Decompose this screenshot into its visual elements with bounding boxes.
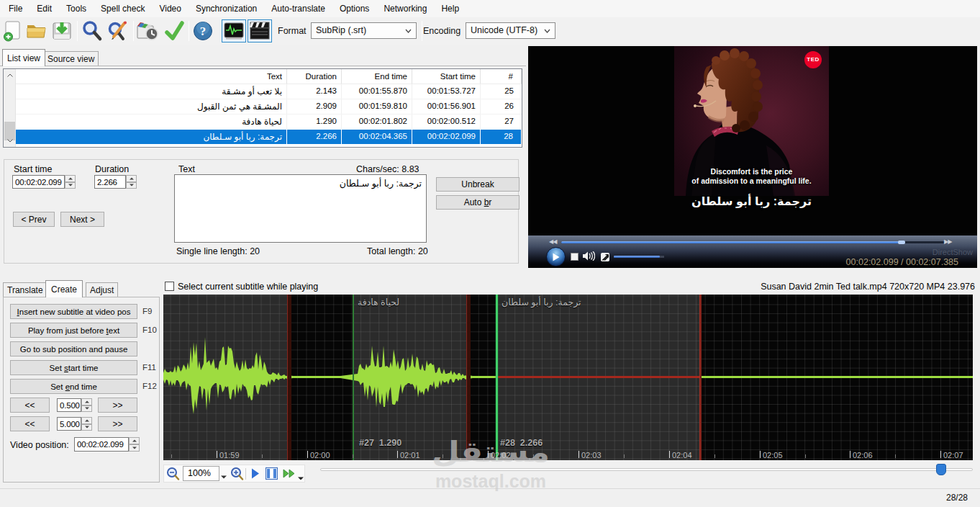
menu-synchronization[interactable]: Synchronization <box>189 0 264 17</box>
visual-sync-button[interactable] <box>136 19 159 43</box>
new-file-button[interactable] <box>1 19 24 43</box>
cell-text[interactable]: بلا تعب أو مشـقة <box>16 84 287 99</box>
cell-text[interactable]: ترجمة: ربا أبو سـلطان <box>16 130 287 144</box>
nudge-back-small-button[interactable]: << <box>10 398 50 413</box>
menu-help[interactable]: Help <box>434 0 466 17</box>
menu-edit[interactable]: Edit <box>30 0 59 17</box>
unbreak-button[interactable]: Unbreak <box>436 177 520 192</box>
nudge-small-stepper[interactable] <box>81 398 92 412</box>
start-time-field[interactable]: 00:02:02.099 <box>12 175 65 189</box>
nudge-large-stepper[interactable] <box>81 417 92 431</box>
spin-down-icon[interactable] <box>129 444 140 452</box>
column-header-end-time[interactable]: End time <box>342 69 412 84</box>
set-end-time-button[interactable]: Set end time <box>10 379 137 394</box>
play-before-text-button[interactable]: Play from just before text <box>10 323 137 338</box>
subtitle-text-input[interactable]: ترجمة: ربا أبو سـلطان <box>174 174 427 243</box>
waveform-play-button[interactable] <box>251 468 260 481</box>
volume-slider[interactable] <box>614 256 660 258</box>
cell-end-time[interactable]: 00:02:04.365 <box>342 130 412 144</box>
column-header-text[interactable]: Text <box>16 69 287 84</box>
cell-start-time[interactable]: 00:02:00.512 <box>412 115 481 129</box>
column-header-duration[interactable]: Duration <box>287 69 342 84</box>
nudge-small-field[interactable]: 0.500 <box>57 398 81 412</box>
video-position-stepper[interactable] <box>129 437 140 452</box>
cell-start-time[interactable]: 00:02:02.099 <box>412 130 481 144</box>
set-start-time-button[interactable]: Set start time <box>10 360 137 375</box>
video-position-line[interactable] <box>496 295 498 460</box>
format-dropdown[interactable]: SubRip (.srt) <box>311 22 417 39</box>
spin-up-icon[interactable] <box>81 417 92 424</box>
character-view-button[interactable] <box>266 467 278 482</box>
zoom-dropdown-arrow-icon[interactable] <box>221 471 227 481</box>
spin-up-icon[interactable] <box>65 175 76 182</box>
spin-up-icon[interactable] <box>126 175 137 182</box>
spin-down-icon[interactable] <box>126 182 137 189</box>
video-seek-bar[interactable] <box>561 241 945 243</box>
cell-start-time[interactable]: 00:01:53.727 <box>412 84 481 99</box>
menu-video[interactable]: Video <box>152 0 188 17</box>
menu-auto-translate[interactable]: Auto-translate <box>264 0 332 17</box>
tab-create[interactable]: Create <box>45 280 83 297</box>
replace-button[interactable] <box>106 19 130 43</box>
scroll-down-icon[interactable] <box>4 135 16 147</box>
nudge-back-large-button[interactable]: << <box>10 416 50 431</box>
zoom-in-button[interactable] <box>230 467 244 483</box>
cell-number[interactable]: 25 <box>481 84 522 99</box>
waveform-zoom-dropdown[interactable]: 100% <box>183 466 219 481</box>
cell-text[interactable]: لحياة هادفة <box>16 115 287 129</box>
waveform-scrollbar-thumb[interactable] <box>936 464 946 475</box>
nudge-forward-large-button[interactable]: >> <box>98 416 137 431</box>
spin-down-icon[interactable] <box>81 424 92 431</box>
find-button[interactable] <box>81 19 104 43</box>
table-header[interactable]: Text Duration End time Start time # <box>16 69 522 84</box>
nudge-forward-small-button[interactable]: >> <box>98 398 137 413</box>
subtitle-start-line-27[interactable] <box>353 295 354 460</box>
insert-subtitle-button[interactable]: Insert new subtitle at video pos <box>10 304 137 319</box>
go-to-sub-position-button[interactable]: Go to sub position and pause <box>10 341 137 356</box>
cell-duration[interactable]: 1.290 <box>287 115 342 129</box>
cell-number[interactable]: 26 <box>481 99 522 114</box>
open-file-button[interactable] <box>25 19 48 43</box>
prev-button[interactable]: < Prev <box>13 212 55 227</box>
column-header-number[interactable]: # <box>481 69 522 84</box>
table-row-28-selected[interactable]: ترجمة: ربا أبو سـلطان 2.266 00:02:04.365… <box>16 130 522 144</box>
select-current-subtitle-checkbox[interactable] <box>165 282 174 291</box>
fullscreen-button[interactable] <box>601 253 609 261</box>
spin-up-icon[interactable] <box>129 437 140 444</box>
volume-icon[interactable] <box>583 251 595 263</box>
auto-br-button[interactable]: Auto br <box>436 195 520 210</box>
spin-down-icon[interactable] <box>81 405 92 413</box>
waveform-toggle-button[interactable] <box>222 19 246 42</box>
cell-end-time[interactable]: 00:01:59.810 <box>342 99 412 114</box>
tab-adjust[interactable]: Adjust <box>86 282 118 297</box>
tab-translate[interactable]: Translate <box>3 282 47 297</box>
video-toggle-button[interactable] <box>248 19 272 42</box>
cell-text[interactable]: المشـقة هي ثمن القبول <box>16 99 287 114</box>
speed-dropdown-arrow-icon[interactable] <box>298 472 304 483</box>
column-header-start-time[interactable]: Start time <box>412 69 481 84</box>
menu-file[interactable]: File <box>1 0 30 17</box>
cell-end-time[interactable]: 00:02:01.802 <box>342 115 412 129</box>
menu-tools[interactable]: Tools <box>59 0 94 17</box>
cell-duration[interactable]: 2.266 <box>287 130 342 144</box>
spell-check-button[interactable] <box>163 19 186 43</box>
table-row-27[interactable]: لحياة هادفة 1.290 00:02:01.802 00:02:00.… <box>16 115 522 129</box>
cell-end-time[interactable]: 00:01:55.870 <box>342 84 412 99</box>
list-scrollbar[interactable] <box>4 69 16 147</box>
seek-forward-icon[interactable]: ▶▶ <box>944 238 951 245</box>
seek-back-icon[interactable]: ◀◀ <box>549 238 556 245</box>
scroll-up-icon[interactable] <box>4 69 16 81</box>
encoding-dropdown[interactable]: Unicode (UTF-8) <box>466 22 555 39</box>
table-row-25[interactable]: بلا تعب أو مشـقة 2.143 00:01:55.870 00:0… <box>16 84 522 99</box>
seek-thumb[interactable] <box>898 241 905 244</box>
duration-field[interactable]: 2.266 <box>94 175 126 189</box>
spin-down-icon[interactable] <box>65 182 76 189</box>
play-button[interactable] <box>546 247 566 266</box>
help-button[interactable]: ? <box>191 19 214 43</box>
tab-list-view[interactable]: List view <box>2 49 45 66</box>
subtitle-end-line-27[interactable] <box>466 295 471 460</box>
waveform-panel[interactable]: لحياة هادفة ترجمة: ربا أبو سلطان #27 1.2… <box>163 295 973 460</box>
stop-button[interactable] <box>571 253 579 261</box>
table-row-26[interactable]: المشـقة هي ثمن القبول 2.909 00:01:59.810… <box>16 99 522 114</box>
subtitle-end-line-28[interactable] <box>699 295 702 460</box>
